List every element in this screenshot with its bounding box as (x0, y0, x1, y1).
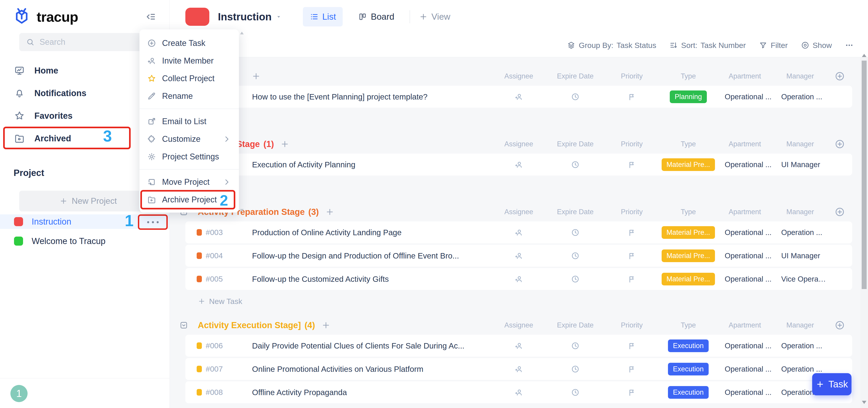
column-header-assignee[interactable]: Assignee (491, 72, 547, 80)
assignee-cell[interactable] (491, 342, 547, 350)
type-badge[interactable]: Planning (670, 90, 707, 103)
menu-item-email-to-list[interactable]: Email to List (140, 113, 239, 130)
scroll-up-icon[interactable] (862, 54, 866, 57)
priority-cell[interactable] (603, 228, 660, 237)
expire-date-cell[interactable] (547, 275, 603, 283)
type-cell[interactable]: Material Pre... (660, 273, 717, 285)
menu-item-create-task[interactable]: Create Task (140, 34, 239, 52)
add-task-plus-icon[interactable] (325, 207, 334, 216)
expire-date-cell[interactable] (547, 228, 603, 237)
menu-item-customize[interactable]: Customize (140, 130, 239, 148)
type-cell[interactable]: Execution (660, 363, 717, 375)
column-header-expire-date[interactable]: Expire Date (547, 208, 603, 216)
type-cell[interactable]: Execution (660, 386, 717, 399)
group-by-button[interactable]: Group By: Task Status (567, 41, 656, 50)
column-header-assignee[interactable]: Assignee (491, 321, 547, 329)
assignee-cell[interactable] (491, 388, 547, 397)
assignee-cell[interactable] (491, 92, 547, 101)
priority-cell[interactable] (603, 92, 660, 101)
expire-date-cell[interactable] (547, 252, 603, 260)
column-header-apartment[interactable]: Apartment (717, 140, 773, 148)
filter-button[interactable]: Filter (759, 41, 788, 50)
priority-cell[interactable] (603, 252, 660, 260)
type-cell[interactable]: Material Pre... (660, 158, 717, 171)
task-row[interactable]: #004Follow-up the Design and Production … (185, 245, 852, 267)
menu-scroll-up-icon[interactable] (240, 32, 244, 34)
priority-cell[interactable] (603, 342, 660, 350)
manager-cell[interactable]: UI Manager (773, 161, 827, 169)
apartment-cell[interactable]: Operational ... (717, 388, 773, 397)
menu-item-rename[interactable]: Rename (140, 87, 239, 105)
task-row[interactable]: #008Offline Activity PropagandaExecution… (185, 381, 852, 403)
sort-button[interactable]: Sort: Task Number (669, 41, 746, 50)
task-row[interactable]: How to use the [Event Planning] project … (185, 86, 852, 108)
column-header-type[interactable]: Type (660, 140, 717, 148)
apartment-cell[interactable]: Operational ... (717, 342, 773, 350)
type-cell[interactable]: Material Pre... (660, 250, 717, 262)
menu-scroll-down-icon[interactable] (240, 209, 244, 212)
search-input[interactable] (19, 33, 157, 51)
add-column-icon[interactable] (835, 207, 845, 217)
project-item-welcome-to-tracup[interactable]: Welcome to Tracup (0, 234, 169, 248)
column-header-priority[interactable]: Priority (603, 208, 660, 216)
manager-cell[interactable]: Operation ... (773, 365, 827, 373)
type-cell[interactable]: Planning (660, 90, 717, 103)
apartment-cell[interactable]: Operational ... (717, 161, 773, 169)
type-badge[interactable]: Material Pre... (662, 226, 715, 239)
expire-date-cell[interactable] (547, 161, 603, 169)
expire-date-cell[interactable] (547, 92, 603, 101)
column-header-expire-date[interactable]: Expire Date (547, 140, 603, 148)
manager-cell[interactable]: Operation ... (773, 92, 827, 101)
expire-date-cell[interactable] (547, 342, 603, 350)
add-column-icon[interactable] (835, 71, 845, 81)
tab-board[interactable]: Board (351, 7, 401, 26)
type-cell[interactable]: Execution (660, 340, 717, 352)
scroll-down-icon[interactable] (862, 401, 866, 404)
type-badge[interactable]: Material Pre... (662, 250, 715, 262)
menu-item-project-settings[interactable]: Project Settings (140, 148, 239, 166)
search-field[interactable] (39, 37, 150, 47)
logo[interactable]: tracup (12, 7, 78, 27)
task-row[interactable]: #005Follow-up the Customized Activity Gi… (185, 268, 852, 290)
type-badge[interactable]: Execution (668, 363, 709, 375)
priority-cell[interactable] (603, 365, 660, 373)
apartment-cell[interactable]: Operational ... (717, 275, 773, 283)
column-header-manager[interactable]: Manager (773, 140, 827, 148)
new-task-button[interactable]: New Task (185, 296, 852, 306)
apartment-cell[interactable]: Operational ... (717, 252, 773, 260)
collapse-sidebar-icon[interactable] (145, 11, 156, 23)
column-header-expire-date[interactable]: Expire Date (547, 72, 603, 80)
new-project-button[interactable]: New Project (19, 191, 157, 211)
add-column-icon[interactable] (835, 139, 845, 149)
menu-item-archive-project[interactable]: Archive Project2 (140, 191, 239, 208)
user-badge[interactable]: 1 (10, 385, 28, 402)
menu-item-move-project[interactable]: Move Project (140, 173, 239, 191)
priority-cell[interactable] (603, 161, 660, 169)
menu-item-collect-project[interactable]: Collect Project (140, 70, 239, 87)
assignee-cell[interactable] (491, 228, 547, 237)
show-button[interactable]: Show (801, 41, 832, 50)
project-more-icon[interactable] (147, 221, 159, 223)
assignee-cell[interactable] (491, 161, 547, 169)
column-header-priority[interactable]: Priority (603, 321, 660, 329)
manager-cell[interactable]: Operation ... (773, 342, 827, 350)
column-header-manager[interactable]: Manager (773, 321, 827, 329)
expire-date-cell[interactable] (547, 388, 603, 397)
manager-cell[interactable]: UI Manager (773, 252, 827, 260)
task-row[interactable]: #007Online Promotional Activities on Var… (185, 358, 852, 380)
scrollbar-thumb[interactable] (862, 61, 867, 289)
add-view-button[interactable]: View (419, 12, 450, 22)
expire-date-cell[interactable] (547, 365, 603, 373)
column-header-priority[interactable]: Priority (603, 140, 660, 148)
manager-cell[interactable]: Vice Operati... (773, 275, 827, 283)
column-header-priority[interactable]: Priority (603, 72, 660, 80)
column-header-expire-date[interactable]: Expire Date (547, 321, 603, 329)
add-task-plus-icon[interactable] (280, 140, 289, 149)
column-header-assignee[interactable]: Assignee (491, 208, 547, 216)
column-header-manager[interactable]: Manager (773, 72, 827, 80)
type-badge[interactable]: Material Pre... (662, 158, 715, 171)
type-badge[interactable]: Material Pre... (662, 273, 715, 285)
type-badge[interactable]: Execution (668, 340, 709, 352)
assignee-cell[interactable] (491, 275, 547, 283)
column-header-type[interactable]: Type (660, 72, 717, 80)
